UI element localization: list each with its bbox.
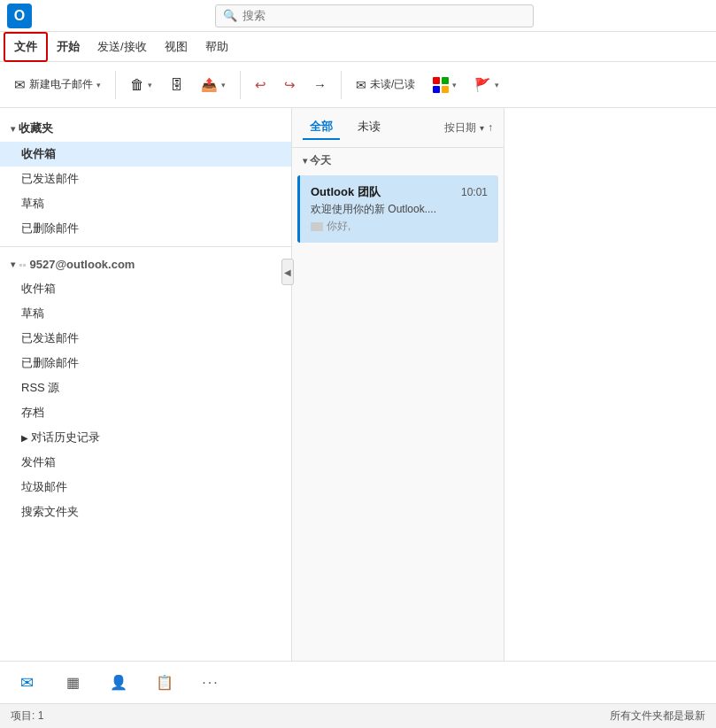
favorites-label: 收藏夹	[19, 120, 53, 136]
toolbar-divider-1	[115, 71, 116, 99]
categorize-button[interactable]: ▾	[426, 74, 464, 97]
new-email-button[interactable]: ✉ 新建电子邮件 ▾	[7, 74, 108, 97]
date-group-expand-icon: ▾	[303, 156, 310, 166]
preview-attachment-icon	[311, 222, 323, 231]
menu-item-send-receive[interactable]: 发送/接收	[89, 34, 156, 60]
message-time: 10:01	[461, 186, 488, 198]
search-bar[interactable]: 🔍	[215, 4, 534, 27]
account-collapse-icon: ▾	[11, 259, 15, 269]
sidebar: ▾ 收藏夹 收件箱 已发送邮件 草稿 已删除邮件 ▾ ▪▪ 9527@outlo…	[0, 108, 292, 661]
tab-unread[interactable]: 未读	[350, 115, 388, 140]
menu-item-home[interactable]: 开始	[48, 34, 89, 60]
sidebar-item-search-acc[interactable]: 搜索文件夹	[0, 500, 291, 524]
sidebar-item-sent-acc[interactable]: 已发送邮件	[0, 326, 291, 351]
toolbar: ✉ 新建电子邮件 ▾ 🗑 ▾ 🗄 📤 ▾ ↩ ↪ → ✉ 未读/已读 ▾ 🚩	[0, 62, 716, 108]
menubar: 文件 开始 发送/接收 视图 帮助	[0, 32, 716, 62]
calendar-nav-icon: ▦	[66, 674, 80, 691]
sidebar-item-archive-acc[interactable]: 存档	[0, 400, 291, 425]
flag-button[interactable]: 🚩 ▾	[467, 74, 506, 97]
undo-icon: ↩	[255, 77, 266, 93]
new-email-dropdown-arrow: ▾	[96, 81, 101, 89]
move-button[interactable]: 📤 ▾	[194, 74, 233, 97]
sort-dropdown-icon: ▾	[480, 123, 484, 133]
sidebar-item-sent-fav[interactable]: 已发送邮件	[0, 167, 291, 191]
unread-read-button[interactable]: ✉ 未读/已读	[349, 74, 422, 96]
menu-item-file[interactable]: 文件	[4, 32, 48, 62]
more-nav-icon: ···	[202, 675, 219, 691]
search-icon: 🔍	[223, 9, 237, 22]
forward-icon: →	[313, 77, 327, 92]
outlook-logo: O	[7, 4, 32, 28]
sort-arrow-icon: ↑	[488, 121, 493, 134]
message-sender: Outlook 团队	[311, 184, 381, 200]
sidebar-account-header[interactable]: ▾ ▪▪ 9527@outlook.com	[0, 252, 291, 276]
favorites-collapse-icon: ▾	[11, 124, 15, 134]
mail-nav-icon: ✉	[20, 673, 34, 693]
redo-undo-icon: ↪	[284, 77, 296, 93]
search-input[interactable]	[243, 9, 526, 22]
tab-all[interactable]: 全部	[303, 115, 340, 140]
toolbar-divider-2	[240, 71, 241, 99]
sidebar-item-drafts-fav[interactable]: 草稿	[0, 191, 291, 216]
envelope-icon: ✉	[356, 78, 366, 92]
delete-button[interactable]: 🗑 ▾	[123, 74, 159, 97]
sidebar-divider-1	[0, 246, 291, 247]
date-group-today: ▾ 今天	[292, 148, 504, 174]
statusbar-right: 所有文件夹都是最新	[610, 709, 705, 724]
message-list: 全部 未读 按日期 ▾ ↑ ▾ 今天 Outlook 团队 10:01 欢迎使用…	[292, 108, 504, 661]
nav-mail-button[interactable]: ✉	[11, 667, 42, 699]
sidebar-item-drafts-acc[interactable]: 草稿	[0, 301, 291, 326]
forward-button[interactable]: →	[306, 74, 334, 96]
sidebar-item-junk-acc[interactable]: 垃圾邮件	[0, 475, 291, 500]
sidebar-item-deleted-acc[interactable]: 已删除邮件	[0, 351, 291, 376]
sidebar-favorites-header[interactable]: ▾ 收藏夹	[0, 115, 291, 142]
people-nav-icon: 👤	[110, 674, 127, 691]
archive-button[interactable]: 🗄	[163, 74, 190, 96]
archive-icon: 🗄	[170, 77, 183, 92]
toolbar-divider-3	[341, 71, 342, 99]
statusbar-left: 项目: 1	[11, 709, 43, 724]
tasks-nav-icon: 📋	[156, 674, 173, 691]
menu-item-view[interactable]: 视图	[156, 34, 196, 60]
nav-tasks-button[interactable]: 📋	[149, 667, 181, 699]
menu-item-help[interactable]: 帮助	[196, 34, 237, 60]
sidebar-item-conversation-acc[interactable]: ▶ 对话历史记录	[0, 425, 291, 450]
undo-button[interactable]: ↩	[248, 74, 273, 97]
titlebar: O 🔍	[0, 0, 716, 32]
message-list-header: 全部 未读 按日期 ▾ ↑	[292, 108, 504, 148]
nav-people-button[interactable]: 👤	[103, 667, 135, 699]
message-preview: 你好,	[311, 219, 488, 234]
flag-icon: 🚩	[474, 77, 491, 93]
account-email: 9527@outlook.com	[30, 258, 135, 271]
sidebar-item-inbox-acc[interactable]: 收件箱	[0, 276, 291, 301]
nav-calendar-button[interactable]: ▦	[57, 667, 89, 699]
account-email-prefix: ▪▪	[19, 259, 27, 271]
statusbar: 项目: 1 所有文件夹都是最新	[0, 703, 716, 728]
sidebar-item-deleted-fav[interactable]: 已删除邮件	[0, 216, 291, 241]
bottom-nav: ✉ ▦ 👤 📋 ···	[0, 661, 716, 703]
delete-icon: 🗑	[130, 77, 144, 93]
categorize-icon	[433, 77, 449, 93]
nav-more-button[interactable]: ···	[195, 667, 227, 699]
sidebar-item-inbox-fav[interactable]: 收件箱	[0, 142, 291, 167]
message-subject: 欢迎使用你的新 Outlook....	[311, 202, 488, 217]
redo-undo-button[interactable]: ↪	[277, 74, 303, 97]
sort-control[interactable]: 按日期 ▾ ↑	[444, 120, 493, 136]
sidebar-item-outbox-acc[interactable]: 发件箱	[0, 450, 291, 475]
move-icon: 📤	[201, 77, 218, 93]
sidebar-collapse-button[interactable]: ◀	[281, 259, 294, 285]
message-item[interactable]: Outlook 团队 10:01 欢迎使用你的新 Outlook.... 你好,	[297, 175, 498, 243]
new-email-icon: ✉	[14, 77, 26, 93]
reading-pane	[504, 108, 716, 661]
sort-label: 按日期	[444, 120, 476, 136]
sidebar-item-rss-acc[interactable]: RSS 源	[0, 376, 291, 400]
conversation-expand-icon: ▶	[21, 433, 31, 443]
